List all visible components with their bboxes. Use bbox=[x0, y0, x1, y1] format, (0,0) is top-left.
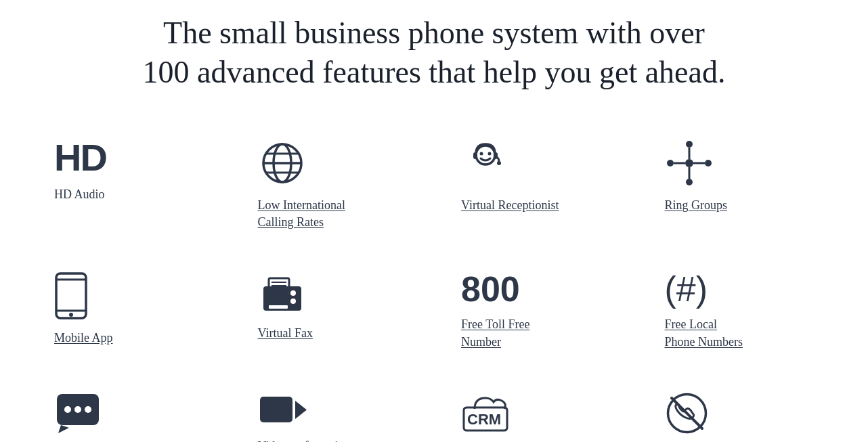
svg-point-14 bbox=[667, 160, 674, 167]
virtual-fax-label[interactable]: Virtual Fax bbox=[258, 325, 313, 342]
svg-point-23 bbox=[69, 313, 73, 317]
svg-point-10 bbox=[497, 161, 501, 165]
hd-audio-icon: HD bbox=[54, 139, 106, 177]
mobile-app-label[interactable]: Mobile App bbox=[54, 330, 113, 347]
globe-icon bbox=[258, 139, 307, 187]
feature-enhanced-call-blocking: Enhanced CallBlocking bbox=[638, 371, 842, 442]
text-messaging-icon bbox=[54, 391, 102, 435]
feature-text-messaging: TextMessaging bbox=[27, 371, 231, 442]
feature-mobile-app: Mobile App bbox=[27, 251, 231, 363]
hash-icon: (#) bbox=[665, 271, 708, 307]
low-international-label[interactable]: Low InternationalCalling Rates bbox=[258, 197, 345, 231]
svg-rect-8 bbox=[473, 152, 477, 159]
ring-groups-label[interactable]: Ring Groups bbox=[665, 197, 728, 214]
call-blocking-icon bbox=[665, 391, 709, 435]
free-local-phone-label[interactable]: Free LocalPhone Numbers bbox=[665, 316, 743, 350]
svg-point-29 bbox=[290, 290, 296, 296]
feature-crm-integration: CRM CRM Integration bbox=[434, 371, 638, 442]
svg-point-6 bbox=[480, 152, 483, 156]
svg-point-34 bbox=[85, 406, 91, 413]
receptionist-icon bbox=[461, 139, 510, 187]
svg-point-12 bbox=[686, 141, 693, 148]
fax-icon bbox=[258, 271, 307, 315]
free-toll-free-label[interactable]: Free Toll FreeNumber bbox=[461, 316, 529, 350]
svg-point-11 bbox=[685, 159, 693, 167]
virtual-receptionist-label[interactable]: Virtual Receptionist bbox=[461, 197, 559, 214]
header-text: The small business phone system with ove… bbox=[41, 14, 827, 91]
features-grid: HD HD Audio Low InternationalCalling Rat… bbox=[0, 112, 868, 442]
video-icon bbox=[258, 391, 309, 428]
svg-point-15 bbox=[705, 160, 712, 167]
svg-marker-36 bbox=[295, 401, 307, 419]
hd-audio-label[interactable]: HD Audio bbox=[54, 186, 105, 203]
videoconferencing-label[interactable]: Videoconferencing bbox=[258, 438, 351, 442]
crm-icon: CRM bbox=[461, 391, 510, 435]
page-header: The small business phone system with ove… bbox=[0, 0, 868, 112]
ring-groups-icon bbox=[665, 139, 714, 187]
svg-text:CRM: CRM bbox=[467, 411, 501, 428]
svg-point-30 bbox=[290, 299, 296, 304]
feature-virtual-receptionist: Virtual Receptionist bbox=[434, 118, 638, 244]
svg-point-33 bbox=[74, 406, 81, 413]
toll-free-icon: 800 bbox=[461, 271, 520, 307]
feature-ring-groups: Ring Groups bbox=[638, 118, 842, 244]
feature-hd-audio: HD HD Audio bbox=[27, 118, 231, 244]
feature-free-local-phone: (#) Free LocalPhone Numbers bbox=[638, 251, 842, 363]
svg-line-40 bbox=[672, 398, 702, 428]
svg-rect-28 bbox=[269, 305, 288, 309]
feature-low-international: Low InternationalCalling Rates bbox=[231, 118, 435, 244]
svg-point-13 bbox=[686, 179, 693, 185]
svg-point-7 bbox=[488, 152, 492, 156]
feature-virtual-fax: Virtual Fax bbox=[231, 251, 435, 363]
feature-free-toll-free: 800 Free Toll FreeNumber bbox=[434, 251, 638, 363]
svg-rect-35 bbox=[260, 397, 292, 422]
svg-point-32 bbox=[64, 406, 71, 413]
svg-point-5 bbox=[476, 146, 495, 164]
mobile-app-icon bbox=[54, 271, 88, 320]
feature-videoconferencing: Videoconferencing bbox=[231, 371, 435, 442]
